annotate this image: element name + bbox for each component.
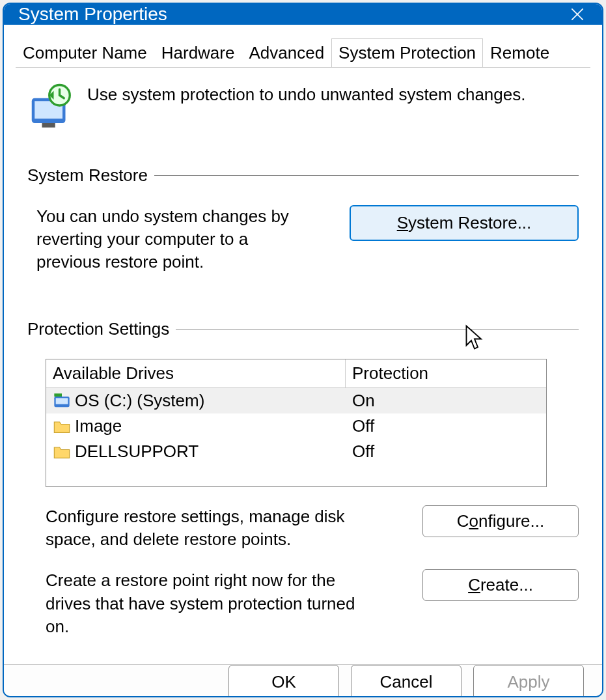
tab-remote[interactable]: Remote: [483, 38, 557, 68]
svg-rect-4: [42, 123, 55, 128]
system-restore-group-title: System Restore: [27, 165, 148, 186]
configure-row: Configure restore settings, manage disk …: [27, 505, 579, 551]
create-desc: Create a restore point right now for the…: [46, 569, 371, 637]
drives-table[interactable]: Available Drives Protection OS (C:) (Sys…: [46, 359, 547, 487]
drive-system-icon: [53, 392, 71, 410]
col-header-protection[interactable]: Protection: [346, 359, 546, 387]
svg-rect-8: [54, 393, 62, 397]
cancel-button[interactable]: Cancel: [351, 665, 461, 697]
svg-rect-7: [56, 398, 68, 404]
tab-system-protection[interactable]: System Protection: [331, 38, 483, 68]
system-restore-desc: You can undo system changes by reverting…: [36, 205, 316, 273]
window-title: System Properties: [18, 4, 167, 25]
drive-protection-status: Off: [346, 439, 381, 464]
close-button[interactable]: [567, 4, 588, 25]
drive-row-image[interactable]: Image Off: [46, 413, 546, 439]
drive-name: DELLSUPPORT: [75, 441, 199, 462]
tab-hardware[interactable]: Hardware: [154, 38, 242, 68]
intro-row: Use system protection to undo unwanted s…: [27, 82, 579, 129]
create-button[interactable]: Create...: [422, 569, 579, 601]
group-divider: [176, 329, 579, 329]
dialog-footer: OK Cancel Apply: [4, 664, 602, 697]
drives-table-header: Available Drives Protection: [46, 359, 546, 388]
folder-icon: [53, 417, 71, 436]
configure-button[interactable]: Configure...: [422, 505, 579, 537]
drive-row-dellsupport[interactable]: DELLSUPPORT Off: [46, 439, 546, 464]
drive-name: Image: [75, 416, 122, 436]
drives-table-padding: [46, 464, 546, 486]
create-row: Create a restore point right now for the…: [27, 569, 579, 637]
drive-protection-status: On: [346, 388, 381, 413]
protection-settings-group: Protection Settings Available Drives Pro…: [27, 319, 579, 637]
drive-protection-status: Off: [346, 413, 381, 439]
group-divider: [154, 175, 579, 176]
tabstrip: Computer Name Hardware Advanced System P…: [4, 25, 602, 67]
tab-panel-system-protection: Use system protection to undo unwanted s…: [16, 67, 590, 664]
col-header-drives[interactable]: Available Drives: [46, 359, 346, 387]
folder-icon: [53, 443, 71, 461]
apply-button[interactable]: Apply: [473, 665, 584, 697]
titlebar: System Properties: [4, 4, 602, 25]
tab-computer-name[interactable]: Computer Name: [16, 38, 154, 68]
drive-row-os-c[interactable]: OS (C:) (System) On: [46, 388, 546, 413]
drive-name: OS (C:) (System): [75, 391, 204, 411]
system-restore-group: System Restore You can undo system chang…: [27, 165, 579, 273]
ok-button[interactable]: OK: [228, 665, 339, 697]
system-properties-dialog: System Properties Computer Name Hardware…: [3, 3, 603, 697]
protection-settings-group-title: Protection Settings: [27, 319, 169, 339]
configure-desc: Configure restore settings, manage disk …: [46, 505, 371, 551]
tab-advanced[interactable]: Advanced: [241, 38, 331, 68]
system-restore-button[interactable]: System Restore...: [350, 205, 579, 241]
close-icon: [569, 6, 586, 23]
intro-text: Use system protection to undo unwanted s…: [87, 82, 525, 105]
system-restore-icon: [27, 82, 74, 129]
